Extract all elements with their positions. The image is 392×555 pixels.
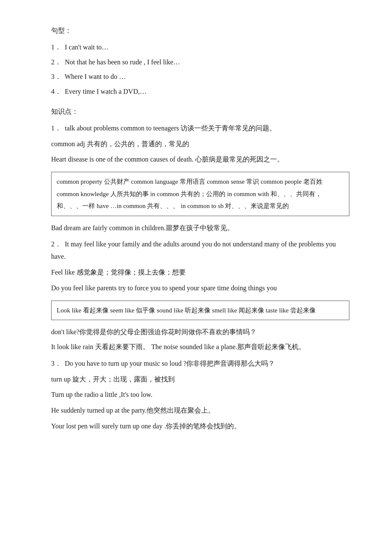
after-box1-line: Bad dream are fairly common in children.… bbox=[51, 222, 349, 234]
sentences-list: 1． I can't wait to… 2． Not that he has b… bbox=[51, 41, 349, 98]
knowledge-1-line1: 1． talk about problems common to teenage… bbox=[51, 122, 349, 135]
sentence-2: 2． Not that he has been so rude , I feel… bbox=[51, 56, 349, 69]
common-words-box: common property 公共财产 common language 常用语… bbox=[51, 172, 349, 216]
box2-content: Look like 看起来像 seem like 似乎像 sound like … bbox=[57, 307, 316, 314]
section-title-sentences: 句型： bbox=[51, 25, 349, 37]
knowledge-2: 2． It may feel like your family and the … bbox=[51, 238, 349, 294]
knowledge-2-line3: Do you feel like parents try to force yo… bbox=[51, 282, 349, 295]
after-box2-line1: don't like?你觉得是你的父母企图强迫你花时间做你不喜欢的事情吗？ bbox=[51, 326, 349, 338]
sentence-1: 1． I can't wait to… bbox=[51, 41, 349, 54]
knowledge-3-line3: Turn up the radio a little ,It's too low… bbox=[51, 389, 349, 401]
sentence-3: 3． Where I want to do … bbox=[51, 71, 349, 83]
knowledge-3: 3． Do you have to turn up your music so … bbox=[51, 358, 349, 433]
knowledge-1: 1． talk about problems common to teenage… bbox=[51, 122, 349, 166]
knowledge-2-main: 2． It may feel like your family and the … bbox=[51, 238, 349, 263]
box1-content: common property 公共财产 common language 常用语… bbox=[57, 178, 323, 209]
after-box2-line2: It look like rain 天看起来要下雨。 The noise sou… bbox=[51, 341, 349, 353]
feel-like-box: Look like 看起来像 seem like 似乎像 sound like … bbox=[51, 301, 349, 321]
knowledge-2-line2: Feel like 感觉象是；觉得像；摸上去像；想要 bbox=[51, 266, 349, 279]
knowledge-1-line2: common adj 共有的，公共的，普通的，常见的 bbox=[51, 138, 349, 150]
knowledge-1-line3: Heart disease is one of the common cause… bbox=[51, 153, 349, 166]
sentence-4: 4． Every time I watch a DVD,… bbox=[51, 86, 349, 98]
knowledge-title: 知识点： bbox=[51, 106, 349, 118]
knowledge-3-line2: turn up 旋大，开大；出现，露面，被找到 bbox=[51, 373, 349, 386]
knowledge-3-line1: 3． Do you have to turn up your music so … bbox=[51, 358, 349, 370]
knowledge-3-line4: He suddenly turned up at the party.他突然出现… bbox=[51, 405, 349, 417]
knowledge-3-line5: Your lost pen will surely turn up one da… bbox=[51, 420, 349, 433]
